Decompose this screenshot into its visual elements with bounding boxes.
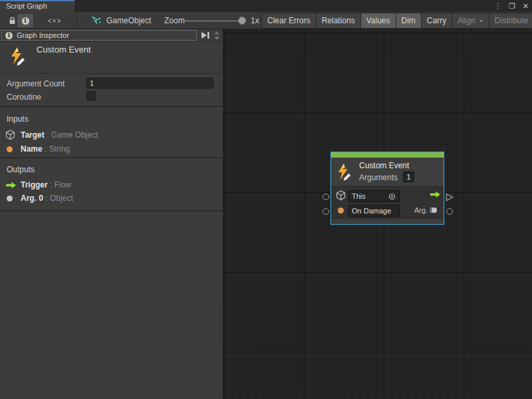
divider [0, 41, 223, 42]
output-row-trigger: Trigger : Flow [0, 180, 223, 190]
node-input-port-this[interactable] [323, 194, 329, 200]
distribute-label: Distribute [495, 16, 529, 25]
window-controls: ⋮ ❐ ✕ [494, 0, 529, 12]
target-picker-icon[interactable] [388, 193, 396, 200]
info-icon: i [22, 17, 29, 25]
game-object-cube-icon [336, 190, 346, 203]
zoom-slider-track[interactable] [184, 21, 246, 21]
node-footer [331, 218, 444, 223]
gameobject-label[interactable]: GameObject [106, 16, 151, 25]
event-name-value: On Damage [352, 207, 396, 215]
custom-event-icon [9, 47, 27, 68]
gray-dot-icon [432, 207, 437, 213]
section-divider [0, 210, 223, 211]
titlebar: Script Graph ⋮ ❐ ✕ [0, 0, 532, 12]
inputs-section-title: Inputs [7, 114, 29, 124]
scroll-up-icon[interactable] [214, 31, 219, 35]
divider [0, 73, 223, 74]
zoom-slider-knob[interactable] [238, 17, 246, 25]
tab-script-graph[interactable]: Script Graph [0, 0, 74, 12]
inspector-node-title: Custom Event [37, 45, 91, 55]
chevron-down-icon: ▼ [479, 19, 483, 23]
port-name: Arg. 0 : Object [21, 194, 73, 203]
node-arguments-value[interactable]: 1 [403, 172, 414, 182]
port-name: Trigger : Flow [21, 180, 71, 190]
code-icon: <×> [48, 17, 62, 25]
argument-count-input[interactable] [86, 78, 213, 88]
section-divider [0, 106, 223, 107]
port-type: : Flow [50, 180, 71, 190]
custom-event-icon [336, 163, 353, 184]
port-name: Target : Game Object [21, 130, 98, 140]
argument-count-label: Argument Count [7, 79, 65, 88]
input-row-name: Name : String [0, 144, 223, 154]
port-type: : Object [45, 194, 72, 203]
panel-scroll-spinner[interactable] [212, 30, 221, 41]
dock-panel-button[interactable] [200, 31, 210, 40]
node-header[interactable]: Custom Event Arguments 1 [331, 158, 444, 187]
carry-button[interactable]: Carry [421, 13, 452, 29]
unity-script-graph-window: Script Graph ⋮ ❐ ✕ i <×> [0, 0, 532, 399]
port-name: Name : String [21, 144, 70, 154]
game-object-cube-icon [5, 130, 17, 140]
orange-dot-icon [338, 207, 344, 213]
output-row-arg0: Arg. 0 : Object [0, 193, 223, 203]
dock-icon [200, 31, 210, 40]
gameobject-icon [92, 16, 102, 26]
node-input-port-name[interactable] [323, 208, 329, 215]
toolbar-separator [76, 13, 77, 28]
node-arg0-label: Arg. 0 [414, 206, 434, 214]
port-type: : String [45, 144, 70, 154]
port-type: : Game Object [47, 130, 98, 140]
graph-inspector-panel: i Graph Inspector Custom Event Argument … [0, 29, 223, 399]
event-name-field[interactable]: On Damage [348, 205, 400, 217]
coroutine-label: Coroutine [7, 92, 41, 102]
dim-toggle-button[interactable]: Dim [396, 13, 422, 29]
graph-inspector-title: Graph Inspector [17, 31, 69, 39]
this-target-dropdown[interactable]: This [348, 190, 400, 202]
distribute-dropdown-button[interactable]: Distribute ▼ [489, 13, 532, 29]
graph-inspector-header: i Graph Inspector [1, 30, 197, 41]
orange-dot-icon [5, 144, 17, 154]
outputs-section-title: Outputs [7, 165, 35, 174]
graph-canvas[interactable]: Custom Event Arguments 1 This [223, 29, 532, 399]
values-toggle-button[interactable]: Values [360, 13, 396, 29]
gray-dot-icon [5, 193, 17, 203]
node-output-port-arg0[interactable] [446, 208, 453, 215]
info-icon: i [5, 32, 13, 39]
align-dropdown-button[interactable]: Align ▼ [452, 13, 489, 29]
section-divider [0, 157, 223, 158]
green-flow-arrow-icon [430, 191, 441, 200]
toolbar: i <×> GameObject Zoom 1x Clear Errors Re… [0, 12, 532, 29]
lock-icon [8, 16, 17, 25]
green-flow-arrow-icon [5, 180, 17, 190]
maximize-icon[interactable]: ❐ [509, 0, 515, 12]
zoom-label: Zoom [164, 16, 185, 25]
node-title: Custom Event [359, 161, 409, 170]
close-icon[interactable]: ✕ [523, 0, 529, 12]
info-toggle-button[interactable]: i [17, 14, 33, 27]
align-label: Align [458, 16, 475, 25]
toolbar-buttons: Clear Errors Relations Values Dim Carry … [262, 13, 532, 29]
node-output-port-trigger[interactable] [446, 193, 454, 201]
node-body: This On Damage Arg. 0 [331, 187, 444, 218]
node-event-color-bar [331, 152, 444, 158]
this-value: This [352, 192, 388, 200]
scroll-down-icon[interactable] [214, 37, 219, 40]
relations-button[interactable]: Relations [316, 13, 361, 29]
zoom-value: 1x [251, 12, 259, 29]
window-menu-icon[interactable]: ⋮ [494, 0, 501, 12]
clear-errors-button[interactable]: Clear Errors [261, 13, 317, 29]
node-arguments-label: Arguments [359, 173, 398, 182]
input-row-target: Target : Game Object [0, 130, 223, 140]
custom-event-node[interactable]: Custom Event Arguments 1 This [331, 152, 444, 225]
tab-label: Script Graph [6, 2, 47, 10]
code-preview-button[interactable]: <×> [47, 14, 63, 27]
coroutine-checkbox[interactable] [86, 91, 96, 100]
